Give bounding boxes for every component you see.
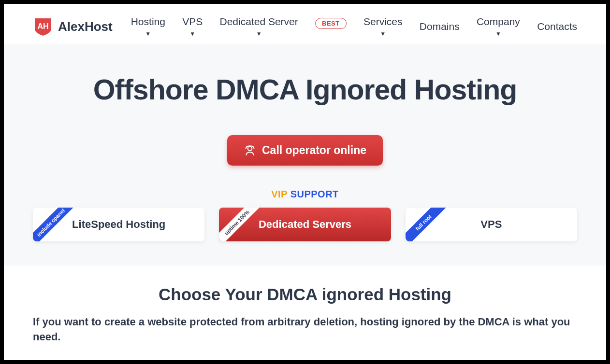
vip-text: VIP: [271, 189, 287, 199]
logo[interactable]: AH AlexHost: [33, 16, 113, 37]
nav-company-label: Company: [477, 16, 520, 28]
section-subtitle: If you want to create a website protecte…: [33, 315, 577, 345]
main-nav: Hosting ▼ VPS ▼ Dedicated Server ▼ BEST …: [131, 16, 577, 37]
card-title: LiteSpeed Hosting: [72, 218, 165, 231]
nav-contacts-label: Contacts: [537, 21, 577, 32]
best-badge: BEST: [315, 18, 347, 29]
ribbon: include cpanel: [33, 208, 86, 241]
ribbon: full root: [406, 208, 459, 241]
svg-text:AH: AH: [37, 22, 48, 30]
header: AH AlexHost Hosting ▼ VPS ▼ Dedicated Se…: [4, 4, 606, 44]
nav-services[interactable]: Services ▼: [363, 16, 403, 37]
ribbon-label: include cpanel: [33, 208, 80, 241]
chevron-down-icon: ▼: [189, 30, 195, 37]
card-title: Dedicated Servers: [259, 218, 351, 231]
call-operator-button[interactable]: Call operator online: [227, 135, 383, 166]
nav-company[interactable]: Company ▼: [477, 16, 520, 37]
card-title: VPS: [480, 218, 502, 231]
choose-section: Choose Your DMCA ignored Hosting If you …: [4, 266, 606, 354]
nav-domains[interactable]: Domains: [420, 21, 460, 32]
ribbon: uptime 100%: [219, 208, 272, 241]
card-vps[interactable]: full root VPS: [406, 208, 577, 241]
card-litespeed[interactable]: include cpanel LiteSpeed Hosting: [33, 208, 204, 241]
section-title: Choose Your DMCA ignored Hosting: [33, 285, 577, 304]
logo-shield-icon: AH: [33, 16, 53, 37]
nav-domains-label: Domains: [420, 21, 460, 32]
operator-icon: [244, 144, 256, 157]
chevron-down-icon: ▼: [256, 30, 262, 37]
nav-vps[interactable]: VPS ▼: [182, 16, 203, 37]
card-dedicated[interactable]: uptime 100% Dedicated Servers: [219, 208, 391, 241]
nav-services-label: Services: [363, 16, 403, 28]
nav-hosting[interactable]: Hosting ▼: [131, 16, 165, 37]
chevron-down-icon: ▼: [145, 30, 151, 37]
nav-contacts[interactable]: Contacts: [537, 21, 577, 32]
nav-dedicated[interactable]: Dedicated Server ▼: [220, 16, 298, 37]
logo-text: AlexHost: [58, 19, 113, 34]
nav-hosting-label: Hosting: [131, 16, 165, 28]
cta-label: Call operator online: [262, 144, 366, 157]
product-cards: include cpanel LiteSpeed Hosting uptime …: [33, 208, 577, 241]
chevron-down-icon: ▼: [495, 30, 501, 37]
hero-title: Offshore DMCA Ignored Hosting: [33, 73, 577, 106]
nav-dedicated-label: Dedicated Server: [220, 16, 298, 28]
svg-point-1: [248, 146, 252, 151]
hero-section: Offshore DMCA Ignored Hosting Call opera…: [4, 44, 606, 266]
nav-vps-label: VPS: [182, 16, 203, 28]
page: AH AlexHost Hosting ▼ VPS ▼ Dedicated Se…: [4, 4, 606, 360]
chevron-down-icon: ▼: [380, 30, 386, 37]
ribbon-label: uptime 100%: [219, 208, 266, 241]
support-text: SUPPORT: [290, 189, 339, 199]
ribbon-label: full root: [406, 208, 453, 241]
vip-support-label: VIP SUPPORT: [33, 189, 577, 200]
